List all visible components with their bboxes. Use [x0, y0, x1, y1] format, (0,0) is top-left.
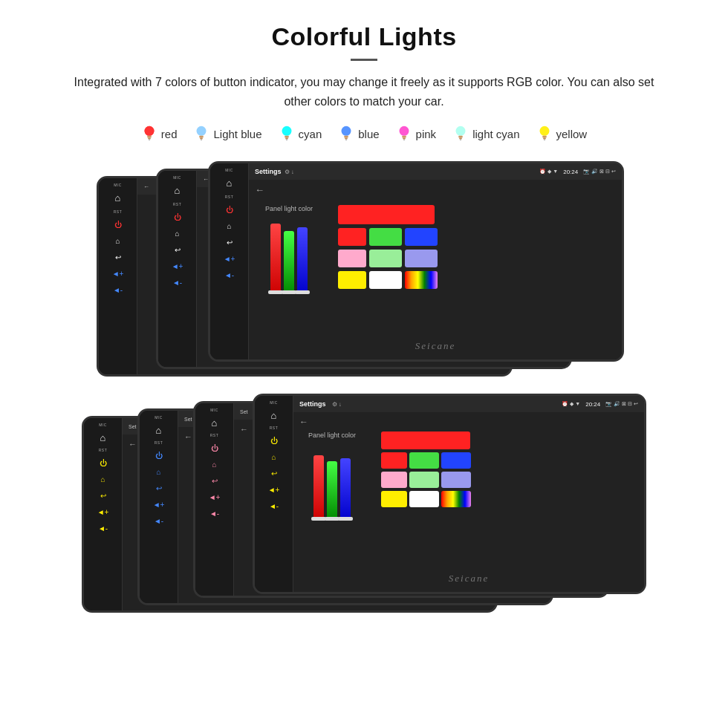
- side-controls-2: MIC ⌂ RST ⏻ ⌂ ↩ ◄+ ◄-: [158, 171, 197, 367]
- bulb-icon-yellow: [536, 124, 553, 143]
- svg-rect-12: [286, 140, 287, 141]
- bulb-icon-cyan: [279, 124, 295, 143]
- settings-content: Panel light color: [249, 198, 622, 359]
- blue-bar[interactable]: [297, 227, 308, 294]
- green-bar[interactable]: [284, 231, 294, 294]
- color-row: red Light blue: [30, 124, 698, 143]
- page-container: Colorful Lights Integrated with 7 colors…: [0, 0, 728, 678]
- swatch-rainbow[interactable]: [405, 271, 438, 289]
- svg-rect-2: [147, 136, 152, 138]
- svg-rect-22: [458, 136, 463, 138]
- color-item-blue: blue: [338, 124, 379, 143]
- bulb-icon-red: [141, 124, 157, 143]
- bottom-device-stack: MIC ⌂ RST ⏻ ⌂ ↩ ◄+ ◄- Set ←: [82, 401, 646, 628]
- swatch-white[interactable]: [369, 271, 402, 289]
- swatch-lightgreen[interactable]: [369, 250, 402, 267]
- settings-title: Settings: [255, 168, 282, 175]
- svg-rect-26: [542, 136, 547, 138]
- swatch-red[interactable]: [338, 228, 366, 246]
- color-label-red: red: [161, 128, 178, 140]
- header: Colorful Lights Integrated with 7 colors…: [30, 22, 698, 111]
- page-title: Colorful Lights: [30, 22, 698, 51]
- panel-label: Panel light color: [265, 205, 313, 212]
- side-controls-3: MIC ⌂ RST ⏻ ⌂ ↩ ◄+ ◄-: [210, 163, 249, 359]
- main-screen: Settings ⚙ ↓ ⏰ ◆ ▼ 20:24 📷 🔊 ⊠ ⊟ ↩: [249, 163, 622, 359]
- bot-green-bar[interactable]: [327, 461, 337, 521]
- time-display: 20:24: [563, 169, 578, 175]
- svg-rect-19: [403, 138, 406, 140]
- svg-point-13: [342, 126, 351, 136]
- svg-point-17: [399, 126, 409, 136]
- bulb-icon-lightblue: [193, 124, 209, 143]
- color-item-red: red: [141, 124, 178, 143]
- color-item-lightcyan: light cyan: [452, 124, 519, 143]
- svg-point-5: [197, 126, 207, 136]
- color-label-yellow: yellow: [556, 128, 588, 140]
- swatch-row-2: [338, 250, 438, 267]
- top-device-showcase: MIC ⌂ RST ⏻ ⌂ ↩ ◄+ ◄- ←: [30, 161, 698, 380]
- bot-swatch-wide-red[interactable]: [381, 431, 470, 449]
- bulb-icon-pink: [396, 124, 412, 143]
- svg-rect-10: [285, 136, 289, 138]
- swatch-row-3: [338, 271, 438, 289]
- color-label-pink: pink: [416, 128, 437, 140]
- svg-rect-8: [201, 140, 203, 141]
- bot-red-bar[interactable]: [313, 455, 324, 521]
- svg-point-1: [144, 126, 154, 136]
- svg-rect-16: [345, 140, 347, 141]
- svg-rect-7: [201, 138, 204, 140]
- swatch-blue[interactable]: [405, 228, 438, 246]
- svg-rect-28: [544, 140, 545, 141]
- red-bar[interactable]: [270, 224, 281, 294]
- bulb-icon-lightcyan: [452, 124, 469, 143]
- svg-rect-6: [200, 136, 204, 138]
- status-bar: Settings ⚙ ↓ ⏰ ◆ ▼ 20:24 📷 🔊 ⊠ ⊟ ↩: [249, 163, 622, 180]
- svg-rect-15: [345, 138, 348, 140]
- swatch-yellow[interactable]: [338, 271, 366, 289]
- swatch-pink[interactable]: [338, 250, 366, 267]
- svg-rect-3: [148, 138, 151, 140]
- color-label-lightcyan: light cyan: [472, 128, 519, 140]
- swatch-wide-red[interactable]: [338, 205, 435, 224]
- rgb-bars: [270, 220, 308, 294]
- swatch-row-1: [338, 228, 438, 246]
- svg-rect-27: [543, 138, 546, 140]
- color-item-yellow: yellow: [536, 124, 588, 143]
- top-device-stack: MIC ⌂ RST ⏻ ⌂ ↩ ◄+ ◄- ←: [97, 161, 631, 380]
- svg-rect-11: [285, 138, 288, 140]
- side-controls-1: MIC ⌂ RST ⏻ ⌂ ↩ ◄+ ◄-: [99, 178, 137, 374]
- svg-rect-24: [460, 140, 461, 141]
- svg-point-9: [282, 126, 291, 136]
- svg-rect-4: [149, 140, 150, 141]
- svg-rect-20: [403, 140, 405, 141]
- svg-point-21: [456, 126, 466, 136]
- svg-rect-14: [344, 136, 348, 138]
- svg-point-25: [539, 126, 549, 136]
- color-item-cyan: cyan: [279, 124, 322, 143]
- color-item-lightblue: Light blue: [193, 124, 261, 143]
- bot-device-4: MIC ⌂ RST ⏻ ⌂ ↩ ◄+ ◄- Settings: [253, 394, 646, 594]
- bulb-icon-blue: [338, 124, 354, 143]
- svg-rect-18: [402, 136, 406, 138]
- swatch-green[interactable]: [369, 228, 402, 246]
- color-item-pink: pink: [396, 124, 437, 143]
- color-label-cyan: cyan: [299, 128, 322, 140]
- color-label-lightblue: Light blue: [213, 128, 261, 140]
- svg-rect-23: [459, 138, 462, 140]
- swatch-lightblue[interactable]: [405, 250, 438, 267]
- color-swatches: [338, 205, 438, 352]
- top-device-3: MIC ⌂ RST ⏻ ⌂ ↩ ◄+ ◄- Settings: [208, 161, 624, 362]
- bottom-device-showcase: MIC ⌂ RST ⏻ ⌂ ↩ ◄+ ◄- Set ←: [30, 401, 698, 628]
- description-text: Integrated with 7 colors of button indic…: [59, 73, 669, 111]
- color-label-blue: blue: [358, 128, 379, 140]
- title-divider: [351, 59, 377, 61]
- bot-blue-bar[interactable]: [340, 458, 351, 521]
